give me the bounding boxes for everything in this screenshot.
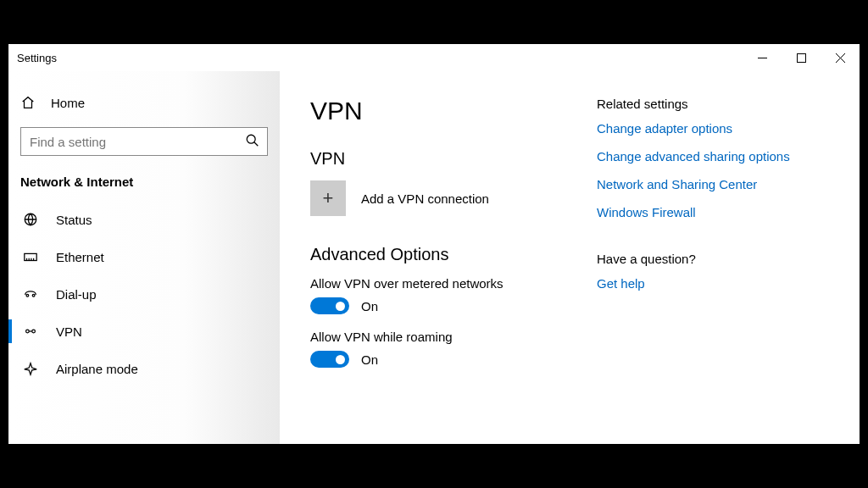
search-icon xyxy=(245,133,259,151)
question-title: Have a question? xyxy=(597,252,843,266)
close-button[interactable] xyxy=(821,44,860,71)
window-body: Home Network & Internet Status Ether xyxy=(8,71,860,444)
home-icon xyxy=(20,95,36,110)
svg-point-12 xyxy=(26,294,29,297)
page-title: VPN xyxy=(310,97,571,125)
roaming-option: Allow VPN while roaming On xyxy=(310,330,571,368)
sidebar-item-label: Airplane mode xyxy=(56,362,138,376)
sidebar-item-status[interactable]: Status xyxy=(8,201,280,238)
roaming-toggle[interactable] xyxy=(310,351,349,368)
metered-state: On xyxy=(361,299,378,313)
sidebar-item-ethernet[interactable]: Ethernet xyxy=(8,238,280,275)
question-block: Have a question? Get help xyxy=(597,252,843,291)
sidebar: Home Network & Internet Status Ether xyxy=(8,71,280,444)
vpn-icon xyxy=(22,324,39,339)
home-nav[interactable]: Home xyxy=(8,86,280,119)
link-sharing[interactable]: Change advanced sharing options xyxy=(597,149,843,164)
link-adapter[interactable]: Change adapter options xyxy=(597,121,843,136)
svg-point-15 xyxy=(32,330,36,333)
settings-column: VPN VPN + Add a VPN connection Advanced … xyxy=(310,97,571,444)
sidebar-item-airplane[interactable]: Airplane mode xyxy=(8,350,280,387)
airplane-icon xyxy=(22,361,39,376)
roaming-label: Allow VPN while roaming xyxy=(310,330,571,344)
add-vpn-label: Add a VPN connection xyxy=(361,191,489,206)
main-content: VPN VPN + Add a VPN connection Advanced … xyxy=(280,71,860,444)
svg-point-14 xyxy=(26,330,30,333)
titlebar: Settings xyxy=(8,44,860,71)
link-firewall[interactable]: Windows Firewall xyxy=(597,205,843,219)
ethernet-icon xyxy=(22,249,39,264)
roaming-state: On xyxy=(361,352,378,367)
sidebar-item-dialup[interactable]: Dial-up xyxy=(8,275,280,313)
link-get-help[interactable]: Get help xyxy=(597,276,843,291)
add-vpn-button[interactable]: + Add a VPN connection xyxy=(310,180,571,216)
metered-option: Allow VPN over metered networks On xyxy=(310,276,571,314)
svg-rect-1 xyxy=(797,53,805,62)
category-title: Network & Internet xyxy=(8,171,280,201)
window-title: Settings xyxy=(17,52,57,64)
sidebar-item-label: Ethernet xyxy=(56,250,104,264)
related-title: Related settings xyxy=(597,97,843,111)
sidebar-item-label: VPN xyxy=(56,324,82,339)
sidebar-item-label: Status xyxy=(56,213,92,227)
plus-icon: + xyxy=(310,180,346,216)
search-box[interactable] xyxy=(20,127,268,156)
svg-point-13 xyxy=(32,294,35,297)
metered-toggle[interactable] xyxy=(310,297,349,314)
vpn-section-title: VPN xyxy=(310,149,571,169)
home-label: Home xyxy=(51,96,85,110)
window-controls xyxy=(743,44,860,71)
search-input[interactable] xyxy=(30,135,245,149)
minimize-button[interactable] xyxy=(743,44,782,71)
link-network-center[interactable]: Network and Sharing Center xyxy=(597,177,843,191)
svg-line-5 xyxy=(254,141,259,146)
advanced-section-title: Advanced Options xyxy=(310,245,571,264)
svg-point-4 xyxy=(247,135,255,143)
dialup-icon xyxy=(22,286,39,302)
sidebar-item-vpn[interactable]: VPN xyxy=(8,313,280,350)
globe-icon xyxy=(22,212,39,227)
related-column: Related settings Change adapter options … xyxy=(597,97,843,444)
sidebar-item-label: Dial-up xyxy=(56,287,97,302)
settings-window: Settings Home xyxy=(8,44,860,444)
metered-label: Allow VPN over metered networks xyxy=(310,276,571,291)
maximize-button[interactable] xyxy=(782,44,821,71)
